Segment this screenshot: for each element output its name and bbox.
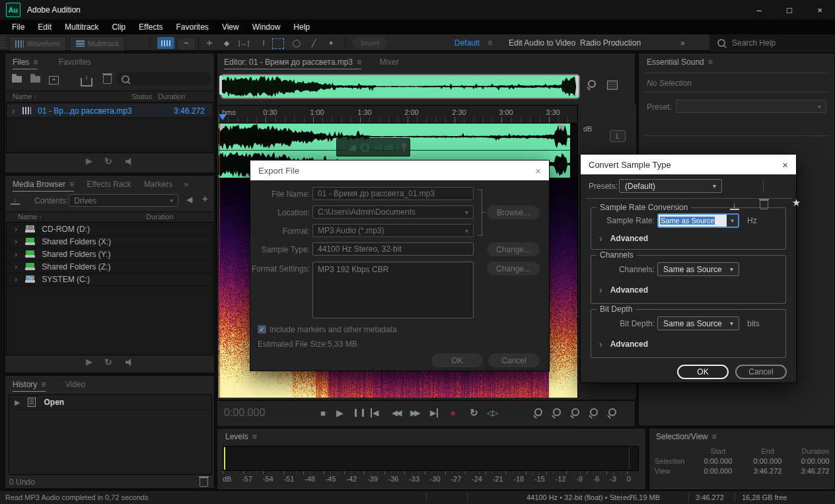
- overview-left-handle[interactable]: [219, 75, 222, 95]
- change-format-settings-button[interactable]: Change...: [487, 262, 540, 275]
- panel-menu-icon[interactable]: [41, 380, 46, 389]
- column-name[interactable]: Name: [18, 213, 42, 221]
- paintbrush-tool-icon[interactable]: ╱: [307, 37, 321, 49]
- menu-effects[interactable]: Effects: [132, 22, 169, 32]
- add-icon[interactable]: [202, 193, 208, 204]
- tab-levels[interactable]: Levels: [225, 432, 257, 443]
- files-loop-button[interactable]: [104, 156, 112, 166]
- chevron-down-icon[interactable]: ▾: [727, 215, 738, 227]
- zoom-in-vertical-icon[interactable]: [532, 408, 542, 418]
- column-name[interactable]: Name: [13, 92, 37, 100]
- close-icon[interactable]: ×: [535, 165, 541, 176]
- waveform-view-button[interactable]: Waveform: [9, 36, 66, 51]
- view-duration[interactable]: 3:46.272: [792, 467, 835, 475]
- tab-files[interactable]: Files: [13, 57, 38, 69]
- show-waveform-display-button[interactable]: [157, 37, 174, 49]
- format-dropdown[interactable]: MP3 Audio (*.mp3)▾: [312, 224, 474, 237]
- spot-healing-brush-icon[interactable]: ✦: [324, 37, 338, 49]
- zoom-out-vertical-icon[interactable]: [551, 408, 561, 418]
- media-autoplay-speaker-icon[interactable]: [126, 359, 133, 368]
- time-selection-tool-icon[interactable]: |↔|: [236, 37, 251, 49]
- lasso-selection-tool-icon[interactable]: ◯: [289, 37, 304, 49]
- expand-chevron-icon[interactable]: [12, 106, 15, 116]
- move-tool-icon[interactable]: ✛: [202, 37, 217, 49]
- gain-knob-icon[interactable]: [361, 143, 369, 152]
- expand-chevron-icon[interactable]: [15, 249, 17, 259]
- view-start[interactable]: 0:00.000: [693, 467, 743, 475]
- drive-row[interactable]: Shared Folders (Y:): [7, 248, 213, 261]
- view-end[interactable]: 3:46.272: [743, 467, 792, 475]
- panel-overflow-icon[interactable]: »: [184, 180, 189, 189]
- panel-menu-icon[interactable]: [708, 57, 713, 67]
- presets-dropdown[interactable]: (Default)▾: [619, 179, 722, 193]
- close-icon[interactable]: ×: [782, 159, 788, 170]
- tab-mixer[interactable]: Mixer: [379, 57, 398, 67]
- browse-button[interactable]: Browse...: [487, 205, 540, 219]
- menu-edit[interactable]: Edit: [31, 22, 58, 32]
- menu-multitrack[interactable]: Multitrack: [58, 22, 105, 32]
- rewind-button[interactable]: [392, 408, 400, 417]
- panel-menu-icon[interactable]: [252, 432, 257, 441]
- expand-chevron-icon[interactable]: [15, 236, 17, 246]
- files-search-field[interactable]: [116, 72, 211, 85]
- selection-duration[interactable]: 0:00.000: [792, 457, 835, 465]
- workspace-menu-icon[interactable]: [488, 34, 492, 52]
- workspace-default[interactable]: Default: [454, 34, 480, 52]
- selection-start[interactable]: 0:00.000: [693, 457, 743, 465]
- channels-advanced[interactable]: Advanced: [599, 285, 648, 295]
- waveform-overview[interactable]: [221, 74, 580, 99]
- tab-video[interactable]: Video: [65, 380, 85, 389]
- expand-chevron-icon[interactable]: [15, 262, 17, 271]
- files-play-button[interactable]: [86, 156, 92, 166]
- history-trash-icon[interactable]: [200, 478, 208, 489]
- bit-depth-dropdown[interactable]: Same as Source▾: [657, 316, 739, 330]
- tab-markers[interactable]: Markers: [144, 180, 172, 189]
- fast-forward-button[interactable]: [410, 408, 418, 417]
- drive-row[interactable]: SYSTEM (C:): [7, 273, 213, 286]
- contents-dropdown[interactable]: Drives▾: [69, 194, 178, 207]
- tab-favorites[interactable]: Favorites: [59, 57, 91, 67]
- history-item-open[interactable]: ▶ Open: [9, 395, 211, 410]
- drive-row[interactable]: Shared Folders (X:): [7, 235, 213, 248]
- trash-icon[interactable]: [103, 75, 112, 84]
- menu-file[interactable]: File: [5, 22, 31, 32]
- hud-grip-handle[interactable]: [341, 142, 344, 153]
- display-options-icon[interactable]: [607, 81, 618, 90]
- maximize-button[interactable]: □: [774, 0, 805, 20]
- pause-button[interactable]: [355, 409, 364, 417]
- bit-depth-advanced[interactable]: Advanced: [599, 339, 648, 349]
- tab-editor[interactable]: Editor: 01 - Время до рассвета.mp3: [224, 57, 361, 69]
- show-spectral-display-button[interactable]: ~: [177, 37, 196, 50]
- razor-tool-icon[interactable]: ◆: [219, 37, 234, 49]
- hud-pin-icon[interactable]: [403, 144, 405, 151]
- search-help-input[interactable]: [731, 38, 806, 48]
- back-arrow-icon[interactable]: [186, 195, 192, 204]
- tab-history[interactable]: History: [13, 380, 46, 392]
- fade-in-handle[interactable]: [220, 125, 227, 131]
- invert-button[interactable]: Invert: [353, 37, 387, 49]
- close-button[interactable]: ×: [805, 0, 835, 20]
- import-file-icon[interactable]: [30, 76, 40, 83]
- workspace-edit-audio-to-video[interactable]: Edit Audio to Video: [509, 34, 575, 52]
- fade-out-handle[interactable]: [557, 125, 563, 131]
- drive-row[interactable]: Shared Folders (Z:): [7, 260, 213, 273]
- menu-help[interactable]: Help: [287, 22, 316, 32]
- skip-to-start-button[interactable]: [371, 408, 379, 417]
- zoom-out-horizontal-icon[interactable]: [588, 408, 598, 418]
- files-autoplay-speaker-icon[interactable]: [126, 158, 133, 167]
- tab-selection-view[interactable]: Selection/View: [656, 432, 717, 443]
- column-status[interactable]: Status: [131, 92, 152, 100]
- ok-button[interactable]: OK: [677, 365, 729, 379]
- loop-playback-button[interactable]: [470, 407, 478, 419]
- panel-menu-icon[interactable]: [69, 180, 74, 189]
- menu-clip[interactable]: Clip: [105, 22, 132, 32]
- column-duration[interactable]: Duration: [146, 213, 174, 221]
- panel-menu-icon[interactable]: [357, 57, 361, 67]
- drive-row[interactable]: CD-ROM (D:): [7, 223, 213, 236]
- sample-rate-advanced[interactable]: Advanced: [599, 233, 648, 244]
- minimize-button[interactable]: –: [744, 0, 774, 20]
- tab-effects-rack[interactable]: Effects Rack: [87, 180, 131, 189]
- panel-menu-icon[interactable]: [712, 432, 717, 441]
- file-name-field[interactable]: 01 - Время до рассвета_01.mp3: [312, 187, 474, 200]
- sample-rate-combo[interactable]: Same as Source ▾: [657, 213, 739, 228]
